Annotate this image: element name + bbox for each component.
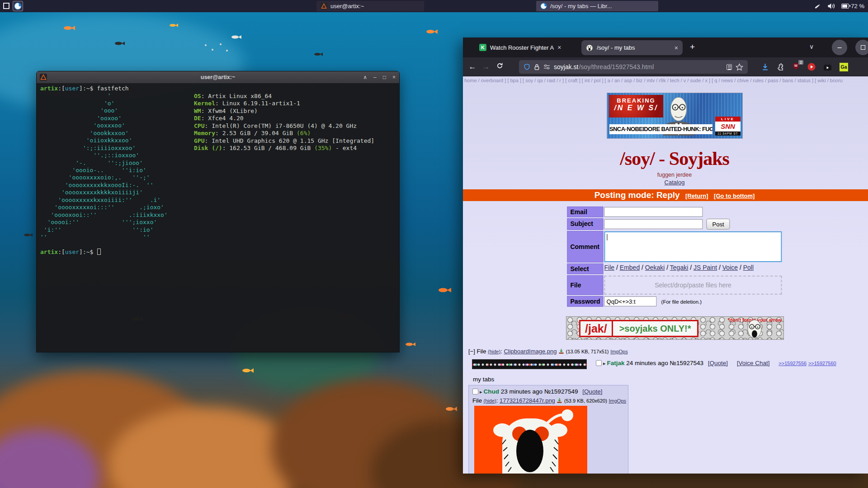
forward-button[interactable]: → xyxy=(479,62,493,71)
terminal-titlebar[interactable]: user@artix:~ ∧ – □ × xyxy=(37,71,399,83)
backlink[interactable]: >>15927560 xyxy=(808,361,836,366)
backlinks[interactable]: >>15927556 >>15927560 xyxy=(778,360,836,366)
tab-bar: K Watch Rooster Fighter A × /soy/ - my t… xyxy=(463,38,868,57)
quote-link[interactable]: [Quote] xyxy=(582,388,602,395)
imgops-link[interactable]: ImgOps xyxy=(610,349,628,354)
bookmark-star-icon[interactable] xyxy=(736,63,743,71)
op-thumbnail[interactable] xyxy=(472,359,587,369)
show-desktop-icon[interactable] xyxy=(3,3,9,9)
new-tab-button[interactable]: + xyxy=(690,42,695,52)
permissions-sliders-icon[interactable] xyxy=(543,64,550,70)
terminal-title: user@artix:~ xyxy=(37,74,399,80)
shade-button[interactable]: ∧ xyxy=(363,74,367,80)
reply-thumbnail[interactable] xyxy=(474,406,587,474)
select-option-link[interactable]: File xyxy=(604,264,615,271)
post-arrow-icon: ▸ xyxy=(603,361,606,366)
taskbar-item-browser[interactable]: /soy/ - my tabs — Libr... xyxy=(536,1,658,11)
fastfetch-info-row: CPU: Intel(R) Core(TM) i7-8650U (4) @ 4.… xyxy=(194,122,374,130)
select-option-link[interactable]: Oekaki xyxy=(645,264,665,271)
board-list-links[interactable]: home / overboard ] [ bpa ] [ soy / qa / … xyxy=(464,78,868,83)
op-filename-link[interactable]: ClipboardImage.png xyxy=(504,348,557,355)
file-dropzone[interactable]: Select/drop/paste files here xyxy=(604,276,782,295)
collapse-toggle[interactable]: [−] xyxy=(468,348,475,355)
artix-terminal-icon xyxy=(40,74,47,81)
extensions-puzzle-icon[interactable] xyxy=(777,63,784,71)
ublock-origin-button[interactable]: 2 xyxy=(792,62,800,72)
board-subtitle: fuggen jerdee xyxy=(463,172,868,178)
ad-slogan: >soyjaks ONLY!* xyxy=(613,321,698,336)
shield-icon[interactable] xyxy=(524,63,530,70)
download-icon[interactable] xyxy=(557,398,562,404)
select-links[interactable]: File / Embed / Oekaki / Tegaki / JS Pain… xyxy=(604,263,782,274)
browser-window: K Watch Rooster Fighter A × /soy/ - my t… xyxy=(463,38,868,474)
kickassanime-icon: K xyxy=(479,44,486,51)
tab-close-icon[interactable]: × xyxy=(675,44,678,52)
fastfetch-info-row: DE: Xfce4 4.20 xyxy=(194,115,374,122)
downloads-icon[interactable] xyxy=(761,63,769,71)
ga-extension-icon[interactable]: Ga xyxy=(840,63,848,71)
tab-soy-my-tabs[interactable]: /soy/ - my tabs × xyxy=(581,40,683,55)
file-label: File xyxy=(567,275,603,295)
taskbar-item-label: user@artix:~ xyxy=(330,3,364,9)
page-content: home / overboard ] [ bpa ] [ soy / qa / … xyxy=(463,76,868,474)
hide-file-link[interactable]: (hide) xyxy=(488,349,500,354)
stylus-icon[interactable] xyxy=(813,3,821,10)
url-bar[interactable]: soyjak.st/soy/thread/15927543.html xyxy=(519,60,748,74)
post-time: 24 minutes ago xyxy=(626,360,668,366)
tab-rooster-fighter[interactable]: K Watch Rooster Fighter A × xyxy=(479,41,577,54)
comment-field[interactable] xyxy=(604,231,782,262)
battery-icon xyxy=(841,4,849,9)
top-panel: user@artix:~ /soy/ - my tabs — Libr... 7… xyxy=(0,0,868,12)
posting-mode-bar: Posting mode: Reply [Return] [Go to bott… xyxy=(463,189,868,201)
taskbar-item-terminal[interactable]: user@artix:~ xyxy=(316,1,424,11)
smarttube-icon[interactable] xyxy=(823,63,832,71)
imgops-link[interactable]: ImgOps xyxy=(609,398,627,404)
breaking-news-box: BREAKING /N E W S/ xyxy=(609,95,663,117)
quote-link[interactable]: [Quote] xyxy=(708,360,728,366)
catalog-link[interactable]: Catalog xyxy=(665,179,685,186)
maximize-button[interactable] xyxy=(855,40,868,55)
taskbar-item-label: /soy/ - my tabs — Libr... xyxy=(550,3,612,9)
select-option-link[interactable]: Embed xyxy=(620,264,640,271)
post-checkbox[interactable] xyxy=(596,360,602,366)
email-field[interactable] xyxy=(604,207,703,217)
comment-label: Comment xyxy=(567,231,603,263)
video-play-extension-icon[interactable] xyxy=(807,63,816,71)
reply-post-header: ▸Chud 23 minutes ago №15927549 [Quote] xyxy=(472,388,624,395)
volume-icon[interactable] xyxy=(827,3,835,9)
jak-ad-banner[interactable]: *don't forget your arrow /jak/ >soyjaks … xyxy=(566,316,784,340)
reader-mode-icon[interactable] xyxy=(726,64,732,70)
backlink[interactable]: >>15927556 xyxy=(778,361,807,366)
list-tabs-chevron-icon[interactable]: ∨ xyxy=(809,43,814,50)
minimize-button[interactable]: – xyxy=(373,74,377,80)
select-option-link[interactable]: JS Paint xyxy=(693,264,717,271)
download-icon[interactable] xyxy=(558,348,564,354)
reply-filename-link[interactable]: 1773216728447r.png xyxy=(500,397,555,404)
tab-close-icon[interactable]: × xyxy=(557,44,561,51)
select-option-link[interactable]: Tegaki xyxy=(670,264,688,271)
librewolf-launcher[interactable] xyxy=(13,1,23,11)
maximize-button[interactable]: □ xyxy=(383,74,386,80)
reload-button[interactable] xyxy=(493,62,506,71)
terminal-output[interactable]: artix:[user]:~$ fastfetch ' 'o' 'ooo' 'o… xyxy=(37,83,399,352)
post-checkbox[interactable] xyxy=(472,389,478,394)
desktop: user@artix:~ /soy/ - my tabs — Libr... 7… xyxy=(0,0,868,488)
ad-soyjak-face xyxy=(744,319,765,340)
close-button[interactable]: × xyxy=(392,74,396,80)
battery-indicator[interactable]: 72 % xyxy=(841,3,864,9)
select-option-link[interactable]: Poll xyxy=(743,264,754,271)
minimize-button[interactable]: – xyxy=(832,40,847,55)
subject-field[interactable] xyxy=(604,219,703,229)
board-title: /soy/ - Soyjaks xyxy=(463,148,868,169)
hide-file-link[interactable]: (hide) xyxy=(484,398,496,404)
go-to-bottom-link[interactable]: [Go to bottom] xyxy=(714,192,755,199)
back-button[interactable]: ← xyxy=(466,62,479,71)
poster-name: Fatjak xyxy=(607,360,625,366)
lock-icon[interactable] xyxy=(534,64,540,70)
select-option-link[interactable]: Voice xyxy=(722,264,738,271)
password-field[interactable] xyxy=(604,296,657,306)
return-link[interactable]: [Return] xyxy=(685,192,708,199)
voice-chat-link[interactable]: [Voice Chat] xyxy=(737,360,770,366)
system-tray: 72 % xyxy=(813,0,864,12)
post-button[interactable]: Post xyxy=(707,219,730,230)
